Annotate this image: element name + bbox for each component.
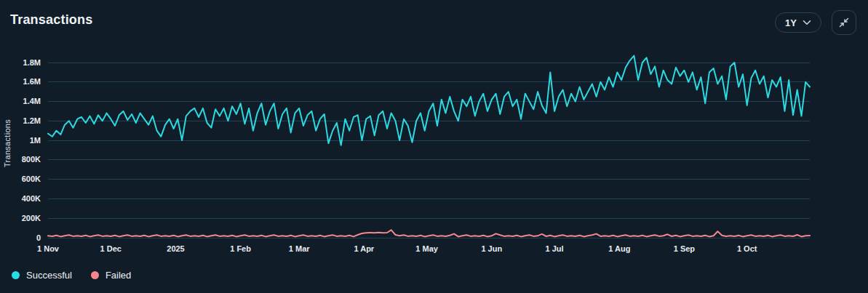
successful-dot: [12, 271, 20, 279]
collapse-button[interactable]: [832, 10, 856, 35]
x-tick: 1 May: [415, 244, 438, 253]
x-tick: 1 Mar: [289, 244, 310, 253]
x-tick-labels: 1 Nov1 Dec20251 Feb1 Mar1 Apr1 May1 Jun1…: [0, 244, 868, 256]
x-tick: 1 Aug: [608, 244, 630, 253]
legend: Successful Failed: [12, 270, 131, 281]
card-header: Transactions 1Y: [0, 0, 868, 41]
chart-area[interactable]: 0200K400K600K800K1M1.2M1.4M1.6M1.8M 1 No…: [0, 0, 868, 293]
legend-item-successful[interactable]: Successful: [12, 270, 72, 281]
legend-label-successful: Successful: [26, 270, 72, 281]
legend-item-failed[interactable]: Failed: [91, 270, 131, 281]
x-tick: 1 Dec: [100, 244, 122, 253]
x-tick: 1 Sep: [674, 244, 695, 253]
header-controls: 1Y: [775, 10, 856, 35]
x-tick: 1 Feb: [230, 244, 251, 253]
y-tick: 1.8M: [0, 58, 41, 68]
x-tick: 1 Jun: [481, 244, 502, 253]
y-tick: 0: [0, 233, 41, 243]
chevron-down-icon: [803, 20, 811, 25]
failed-dot: [91, 271, 99, 279]
x-tick: 2025: [167, 244, 184, 253]
x-tick: 1 Nov: [37, 244, 59, 253]
range-label: 1Y: [785, 17, 797, 28]
collapse-icon: [837, 16, 851, 29]
range-select-button[interactable]: 1Y: [775, 12, 821, 33]
y-axis-title: Transactions: [3, 71, 13, 216]
x-tick: 1 Oct: [737, 244, 757, 253]
series-failed-line: [48, 230, 810, 236]
legend-label-failed: Failed: [105, 270, 131, 281]
x-tick: 1 Apr: [354, 244, 374, 253]
page-title: Transactions: [10, 12, 92, 28]
x-tick: 1 Jul: [546, 244, 564, 253]
series-successful-line: [48, 56, 810, 145]
